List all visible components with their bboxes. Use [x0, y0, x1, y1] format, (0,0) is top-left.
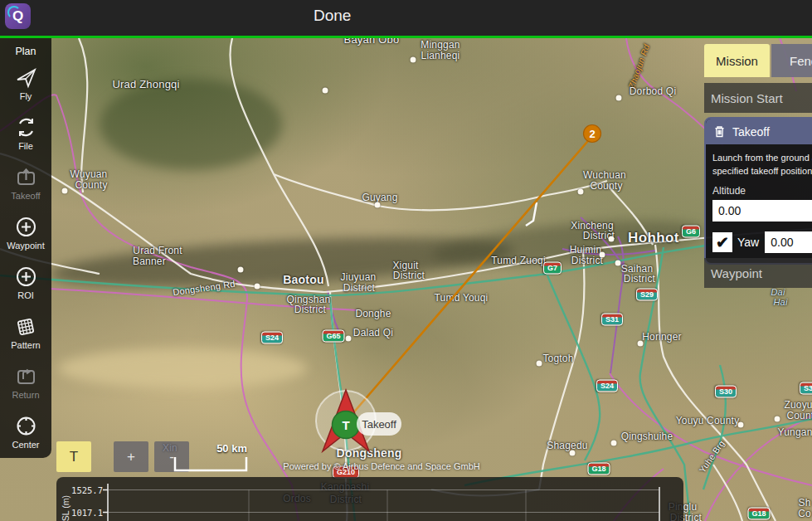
road-badge: S29 — [636, 289, 658, 301]
chart-y-axis-label: MSL (m) — [61, 495, 71, 521]
road-badge: G18 — [747, 508, 770, 520]
road-badge: G7 — [543, 262, 562, 275]
map-label: Jiuyuan — [341, 271, 377, 283]
map-city-dot — [609, 236, 615, 242]
waypoint-section-header[interactable]: Waypoint — [704, 258, 812, 288]
toolstrip-item-label: ROI — [17, 290, 34, 300]
map-label: Dorbod Qi — [630, 85, 677, 97]
signal-arc-icon — [7, 6, 21, 19]
map-label: Huimin — [570, 244, 602, 256]
mission-start-header[interactable]: Mission Start — [704, 83, 812, 113]
takeoff-item-card: Takeoff Launch from the ground and speci… — [704, 117, 812, 265]
map-label: Sh — [798, 497, 810, 509]
road-badge: S24 — [596, 380, 618, 392]
trash-icon — [712, 124, 727, 139]
altitude-label: Altitude — [712, 185, 812, 197]
takeoff-icon — [15, 166, 37, 188]
map-label: Minggan — [421, 39, 459, 51]
toolstrip-item-label: Return — [12, 390, 39, 400]
map-city-dot — [346, 336, 352, 342]
map-label: Tumd Youqi — [435, 292, 489, 304]
toolstrip-item-return: Return — [0, 358, 51, 406]
map-label: District — [343, 282, 375, 294]
yaw-input[interactable] — [765, 231, 812, 253]
map-city-dot — [62, 188, 68, 194]
map-label: District — [294, 304, 326, 315]
road-badge: S30 — [715, 386, 737, 398]
map-label: Youyu County — [676, 415, 740, 426]
road-badge: G6 — [682, 226, 700, 238]
plan-toolstrip: Plan FlyFileTakeoffWaypointROIPatternRet… — [0, 38, 51, 458]
toolstrip-item-center[interactable]: Center — [0, 408, 51, 455]
toolstrip-item-waypoint[interactable]: Waypoint — [0, 209, 51, 256]
map-label: Horinger — [642, 331, 682, 343]
map-label: Wuyuan — [70, 168, 107, 180]
desert-patch — [58, 348, 307, 388]
toolstrip-item-takeoff: Takeoff — [0, 159, 51, 207]
plus-circle-icon — [15, 216, 37, 238]
sync-icon — [15, 116, 37, 139]
toolstrip-item-roi[interactable]: ROI — [0, 259, 51, 306]
road-badge: S31 — [601, 314, 623, 326]
chart-y-tick: 1525.7 — [71, 485, 103, 495]
map-type-button[interactable]: T — [56, 441, 91, 472]
yaw-checkbox[interactable]: ✔ — [712, 232, 732, 252]
map-label: Urad Front — [133, 245, 182, 256]
map-city-dot — [411, 57, 416, 63]
elevation-axes — [56, 477, 683, 521]
map-label: Tumd Zuoqi — [491, 255, 546, 266]
plus-circle-icon — [15, 265, 37, 288]
toolstrip-item-pattern[interactable]: Pattern — [0, 309, 51, 356]
map-city-dot — [616, 95, 622, 101]
qgc-logo[interactable]: Q — [5, 3, 31, 29]
map-city-dot — [775, 416, 780, 422]
zoom-out-button[interactable]: - — [154, 441, 189, 472]
yaw-label: Yaw — [737, 236, 759, 249]
altitude-input[interactable] — [712, 200, 812, 222]
tab-mission[interactable]: Mission — [704, 44, 770, 77]
editor-tabs: Mission Fence — [704, 44, 812, 77]
toolstrip-item-fly[interactable]: Fly — [0, 60, 51, 107]
road-badge: G18 — [587, 463, 610, 475]
toolstrip-item-label: File — [18, 141, 33, 151]
toolstrip-item-label: Fly — [20, 91, 32, 101]
map-city-dot — [738, 422, 744, 428]
map-label: Hai — [773, 297, 787, 307]
pattern-icon — [15, 315, 37, 338]
map-label: County — [75, 179, 107, 191]
map-label: Qingshuihe — [621, 431, 673, 442]
map-label: Wuchuan — [583, 169, 626, 181]
tab-fence[interactable]: Fence — [771, 44, 812, 77]
map-city-dot — [238, 267, 244, 273]
toolstrip-item-label: Takeoff — [11, 191, 40, 201]
done-button[interactable]: Done — [314, 7, 351, 25]
takeoff-item-header[interactable]: Takeoff — [706, 119, 812, 144]
map-label: Co — [798, 508, 811, 519]
map-city-dot — [570, 450, 576, 456]
crosshair-icon — [15, 415, 37, 437]
map-label: Togtoh — [542, 353, 573, 364]
map-city-dot — [255, 284, 260, 290]
status-accent-line — [0, 36, 812, 38]
return-icon — [15, 365, 37, 387]
toolstrip-title: Plan — [15, 46, 36, 57]
toolstrip-item-label: Center — [12, 440, 39, 450]
toolstrip-item-label: Pattern — [11, 340, 40, 350]
map-label: Donghe — [355, 308, 391, 319]
map-city-dot — [323, 88, 328, 94]
map-label: Dalad Qi — [353, 327, 393, 338]
map-label: Banner — [133, 256, 166, 267]
road-badge: S38 — [800, 382, 812, 395]
map-label: Baotou — [283, 273, 323, 286]
road-badge: G65 — [322, 330, 344, 343]
qgc-plan-view: { "topbar": { "done_label": "Done", "log… — [0, 0, 812, 521]
takeoff-description-line2: specified takeoff position. — [712, 164, 812, 178]
toolstrip-item-file[interactable]: File — [0, 110, 51, 157]
map-label: District — [393, 270, 425, 281]
terrain-patch — [100, 79, 282, 170]
zoom-in-button[interactable]: + — [114, 441, 148, 472]
takeoff-item-title: Takeoff — [732, 125, 770, 139]
map-city-dot — [578, 189, 584, 195]
map-city-dot — [600, 252, 605, 258]
map-label: County — [786, 410, 812, 421]
